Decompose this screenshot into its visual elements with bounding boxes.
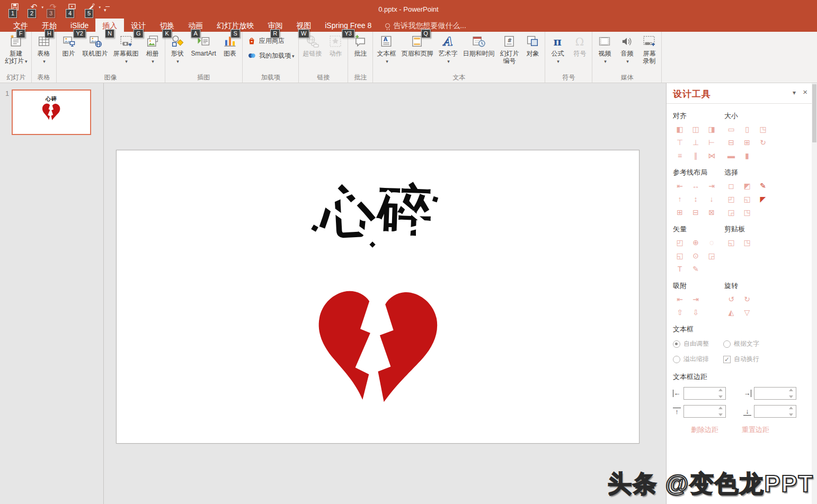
rotate-right-icon[interactable]: ↻ (740, 293, 754, 306)
option-overflow-shrink[interactable]: 溢出缩排 (673, 355, 723, 364)
guide-center-h-icon[interactable]: ↔ (689, 179, 703, 193)
option-free-adjust[interactable]: 自由调整 (673, 339, 723, 348)
paste-icon[interactable]: ◳ (740, 236, 754, 249)
stretch-width-icon[interactable]: ⊟ (724, 136, 738, 149)
snap-top-icon[interactable]: ⇧ (673, 306, 687, 319)
tab-home[interactable]: 开始H (35, 19, 64, 32)
wordart-button[interactable]: 艺术字 (436, 32, 460, 65)
tab-islide[interactable]: iSlideY2 (64, 19, 95, 32)
rotate-left-icon[interactable]: ↺ (724, 293, 738, 306)
broken-heart-image[interactable] (316, 282, 443, 416)
delete-margins-link[interactable]: 删除边距 (691, 425, 718, 435)
align-middle-icon[interactable]: ⊥ (689, 136, 703, 149)
flip-horizontal-icon[interactable]: ◭ (724, 306, 738, 319)
tab-view[interactable]: 视图W (289, 19, 318, 32)
align-left-icon[interactable]: ◧ (673, 123, 687, 136)
snap-right-icon[interactable]: ⇥ (689, 293, 703, 306)
shape-fragment-icon[interactable]: ◌ (705, 236, 718, 249)
select-shape-icon[interactable]: ◩ (740, 179, 754, 193)
shape-combine-icon[interactable]: ⊕ (689, 236, 703, 249)
align-top-icon[interactable]: ⊤ (673, 136, 687, 149)
same-height-icon[interactable]: ▯ (740, 123, 754, 136)
editing-canvas[interactable]: 心碎 (104, 83, 666, 504)
spin-down-icon[interactable] (718, 413, 723, 416)
video-button[interactable]: 视频 (593, 32, 616, 65)
distribute-v-icon[interactable]: ∥ (689, 149, 703, 163)
shape-intersect-icon[interactable]: ◱ (673, 249, 687, 263)
size-rotate-icon[interactable]: ↻ (756, 136, 770, 149)
align-bottom-icon[interactable]: ⊢ (705, 136, 718, 149)
select-group-icon[interactable]: ◲ (724, 206, 738, 219)
spin-up-icon[interactable] (718, 407, 723, 409)
cursor-icon[interactable]: ◤ (756, 193, 770, 206)
swap-position-icon[interactable]: ⋈ (705, 149, 718, 163)
spin-down-icon[interactable] (718, 395, 723, 398)
spin-up-icon[interactable] (789, 407, 793, 409)
tab-transitions[interactable]: 切换K (153, 19, 181, 32)
spin-down-icon[interactable] (789, 413, 793, 416)
edit-points-icon[interactable]: ✎ (689, 263, 703, 276)
shape-union-icon[interactable]: ◰ (673, 236, 687, 249)
guide-middle-icon[interactable]: ↕ (689, 193, 703, 206)
slide-title[interactable]: 心碎 (117, 183, 639, 241)
fit-width-icon[interactable]: ▬ (724, 149, 738, 163)
distribute-h-icon[interactable]: ≡ (673, 149, 687, 163)
shape-subtract-icon[interactable]: ⊙ (689, 249, 703, 263)
select-front-icon[interactable]: ◰ (724, 193, 738, 206)
date-and-time-button[interactable]: 日期和时间 (460, 32, 497, 64)
tab-animations[interactable]: 动画A (181, 19, 210, 32)
guide-margin-icon[interactable]: ⊟ (689, 206, 703, 219)
guide-bottom-icon[interactable]: ↓ (705, 193, 718, 206)
bottom-margin-input[interactable] (754, 405, 796, 418)
panel-scrollbar[interactable] (812, 83, 817, 504)
spin-down-icon[interactable] (789, 395, 793, 398)
same-width-icon[interactable]: ▭ (724, 123, 738, 136)
tab-slide-show[interactable]: 幻灯片放映S (210, 19, 261, 32)
symbol-button[interactable]: 符号 (569, 32, 591, 64)
equation-button[interactable]: 公式 (546, 32, 569, 65)
spin-up-icon[interactable] (718, 389, 723, 391)
guide-clear-icon[interactable]: ⊠ (705, 206, 718, 219)
my-add-ins-button[interactable]: 我的加载项 (247, 51, 295, 60)
flip-vertical-icon[interactable]: ▽ (740, 306, 754, 319)
snap-bottom-icon[interactable]: ⇩ (689, 306, 703, 319)
align-center-h-icon[interactable]: ◫ (689, 123, 703, 136)
spin-up-icon[interactable] (789, 389, 793, 391)
panel-collapse-button[interactable] (793, 89, 796, 96)
reset-margins-link[interactable]: 重置边距 (742, 425, 769, 435)
scrollbar-thumb[interactable] (812, 84, 816, 142)
select-back-icon[interactable]: ◱ (740, 193, 754, 206)
tab-tell-me[interactable]: 告诉我您想要做什么...Q (378, 19, 473, 32)
screen-recording-button[interactable]: 屏幕录制 (638, 32, 660, 65)
right-margin-input[interactable] (754, 387, 796, 400)
audio-button[interactable]: 音频 (616, 32, 638, 65)
panel-close-button[interactable] (803, 87, 807, 96)
magic-wand-icon[interactable]: ✎ (756, 179, 770, 193)
tab-insert[interactable]: 插入N (95, 19, 124, 32)
fit-height-icon[interactable]: ▮ (740, 149, 754, 163)
guide-right-icon[interactable]: ⇥ (705, 179, 718, 193)
guide-left-icon[interactable]: ⇤ (673, 179, 687, 193)
object-button[interactable]: 对象 (521, 32, 544, 64)
tab-file[interactable]: 文件F (6, 19, 35, 32)
shape-exclude-icon[interactable]: ◲ (705, 249, 718, 263)
align-right-icon[interactable]: ◨ (705, 123, 718, 136)
tab-review[interactable]: 审阅R (261, 19, 289, 32)
text-box-button[interactable]: 文本框 (374, 32, 398, 65)
guide-box-icon[interactable]: ⊞ (673, 206, 687, 219)
slide-thumbnail[interactable]: 心碎 (12, 89, 91, 135)
snap-left-icon[interactable]: ⇤ (673, 293, 687, 306)
left-margin-input[interactable] (683, 387, 726, 400)
stretch-height-icon[interactable]: ⊞ (740, 136, 754, 149)
slide-number-button[interactable]: 幻灯片编号 (497, 32, 521, 65)
option-auto-wrap[interactable]: 自动换行 (723, 355, 806, 364)
select-box-icon[interactable]: ◻ (724, 179, 738, 193)
same-size-icon[interactable]: ◳ (756, 123, 770, 136)
text-to-shape-icon[interactable]: T (673, 263, 687, 276)
tab-design[interactable]: 设计G (124, 19, 153, 32)
top-margin-input[interactable] (683, 405, 726, 418)
copy-icon[interactable]: ◱ (724, 236, 738, 249)
select-ungroup-icon[interactable]: ◳ (740, 206, 754, 219)
option-by-text[interactable]: 根据文字 (723, 339, 806, 348)
tab-ispring-free-8[interactable]: iSpring Free 8Y3 (318, 19, 378, 32)
